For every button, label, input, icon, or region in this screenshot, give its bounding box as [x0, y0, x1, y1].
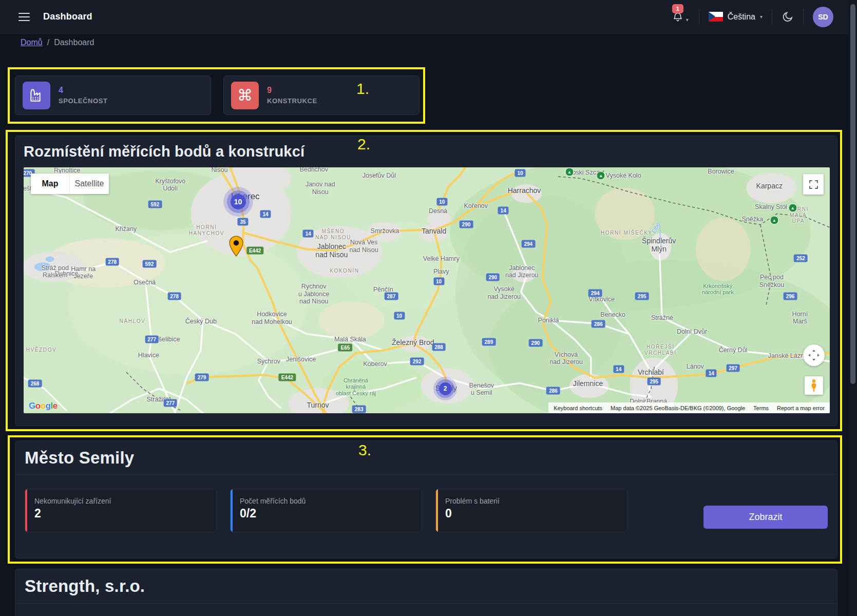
map-place-label: Strážiště: [146, 396, 172, 403]
marker-cluster[interactable]: 2: [433, 377, 457, 400]
map-place-label: Sychrov: [257, 358, 280, 365]
map-place-label: Jablonec nad Nisou: [315, 242, 348, 259]
terms-link[interactable]: Terms: [753, 405, 769, 411]
pan-control[interactable]: [803, 344, 825, 366]
battery-problem-card: Problém s baterií 0: [435, 489, 627, 532]
map-place-label: Náhlov: [120, 319, 146, 325]
map-place-label: Benecko: [600, 311, 625, 318]
marker-cluster[interactable]: 10: [223, 187, 253, 217]
map-place-label: Tanvald: [422, 227, 446, 235]
map-place-label: Vysoké nad Jizerou: [487, 285, 521, 300]
map-place-label: Velké Hamry: [423, 255, 460, 262]
map-place-label: Janské Lázně: [768, 352, 808, 359]
road-shield: 252: [794, 254, 808, 262]
map-place-label: Černý Důl: [719, 346, 748, 354]
road-shield: 277: [145, 336, 159, 343]
avatar[interactable]: SD: [813, 7, 833, 27]
semily-panel: Město Semily Nekomunikující zařízení 2 P…: [15, 440, 837, 559]
divider: [15, 603, 837, 604]
divider: [803, 9, 804, 25]
measuring-points-value: 0/2: [240, 507, 413, 521]
company-stat-card[interactable]: 4 SPOLEČNOST: [15, 75, 211, 115]
road-shield: 35: [237, 218, 248, 226]
road-shield: 14: [498, 207, 509, 215]
map-place-label: Poniklá: [538, 317, 559, 324]
page-scrollbar: [849, 0, 857, 616]
notification-badge: 1: [672, 4, 683, 13]
road-shield: 295: [647, 378, 661, 386]
pan-arrows-icon: [807, 349, 821, 362]
map-place-label: Sněžka: [741, 216, 763, 223]
map-place-label: Rynoltice: [54, 167, 80, 174]
scrollbar-thumb[interactable]: [850, 4, 855, 384]
map-place-label: Hamr na Jezeře: [71, 265, 96, 280]
peak-marker-icon: ▲: [788, 203, 797, 212]
constructions-stat-card[interactable]: ⌘ 9 KONSTRUKCE: [223, 75, 420, 115]
google-logo: Google: [29, 401, 58, 411]
road-shield: 290: [529, 339, 543, 346]
company-count: 4: [59, 86, 108, 95]
map-place-label: Bedřichov: [299, 167, 328, 173]
road-shield: 10: [394, 312, 405, 320]
map-data-text: Map data ©2025 GeoBasis-DE/BKG (©2009), …: [611, 405, 745, 411]
dark-mode-toggle[interactable]: [782, 11, 794, 23]
divider: [699, 9, 699, 25]
map-place-label: Malá Skála: [334, 336, 366, 343]
czech-flag-icon: [709, 12, 723, 22]
road-shield: 288: [432, 343, 446, 351]
google-map[interactable]: RynolticeNisouBedřichovJosefův DůlJanov …: [24, 167, 830, 413]
road-shield: 289: [482, 338, 496, 345]
map-place-label: Nisou: [212, 167, 228, 174]
report-map-error-link[interactable]: Report a map error: [777, 405, 825, 411]
pegman-icon: [809, 379, 819, 392]
breadcrumb-home-link[interactable]: Domů: [21, 38, 43, 47]
map-pin-marker[interactable]: [228, 236, 244, 257]
map-place-label: Krkonošský národní park: [702, 283, 734, 296]
map-place-label: Łabski Szczyt: [565, 168, 604, 176]
map-type-map-button[interactable]: Map: [31, 174, 70, 194]
show-button[interactable]: Zobrazit: [703, 506, 828, 529]
road-shield: 292: [410, 357, 424, 365]
fullscreen-button[interactable]: [803, 174, 824, 195]
map-place-label: Hořejší Vrchlabí: [644, 344, 677, 356]
map-place-label: Horní Hanychov: [189, 224, 224, 236]
map-place-label: Smržovka: [371, 227, 399, 234]
road-shield: 295: [635, 292, 649, 300]
breadcrumb-separator: /: [47, 38, 49, 47]
map-place-label: Kořenov: [464, 202, 488, 209]
map-place-label: Rychnov u Jablonce nad Nisou: [298, 283, 329, 305]
map-place-label: Strážné: [651, 314, 673, 321]
measuring-points-card: Počet měřících bodů 0/2: [230, 489, 422, 532]
offline-devices-label: Nekomunikující zařízení: [34, 497, 208, 505]
map-place-label: Jenišovice: [286, 355, 316, 362]
map-place-label: Železný Brod: [392, 338, 434, 346]
map-attribution: Keyboard shortcuts Map data ©2025 GeoBas…: [548, 402, 830, 413]
road-shield: 290: [486, 274, 500, 281]
moon-icon: [782, 11, 794, 23]
road-shield: 10: [433, 278, 444, 285]
semily-title: Město Semily: [25, 448, 828, 468]
map-panel: Rozmístění měřících bodů a konstrukcí: [15, 136, 837, 426]
road-shield: 14: [260, 210, 271, 218]
road-shield: 287: [385, 292, 398, 300]
street-view-pegman[interactable]: [805, 376, 823, 395]
map-place-label: Borowice: [708, 167, 734, 175]
language-selector[interactable]: Čeština ▾: [709, 12, 763, 22]
road-shield: 14: [303, 229, 314, 237]
map-section-title: Rozmístění měřících bodů a konstrukcí: [24, 143, 829, 160]
battery-problem-label: Problém s baterií: [445, 497, 619, 505]
map-place-label: Vrchlabí: [638, 368, 664, 376]
map-type-satellite-button[interactable]: Satellite: [70, 174, 109, 194]
road-shield: 14: [613, 365, 624, 373]
keyboard-shortcuts-link[interactable]: Keyboard shortcuts: [554, 405, 602, 411]
map-overlays: RynolticeNisouBedřichovJosefův DůlJanov …: [24, 167, 830, 413]
notifications-button[interactable]: 1 ▾: [671, 8, 690, 26]
breadcrumb-current: Dashboard: [54, 38, 94, 47]
page-title: Dashboard: [43, 11, 92, 22]
road-shield: 592: [148, 201, 162, 208]
hamburger-menu-icon[interactable]: [18, 13, 30, 21]
chevron-down-icon: ▾: [686, 17, 689, 23]
map-place-label: Nová Ves nad Nisou: [349, 239, 378, 254]
road-shield: 294: [588, 289, 602, 297]
map-place-label: Hodkovice nad Mohelkou: [252, 311, 292, 325]
